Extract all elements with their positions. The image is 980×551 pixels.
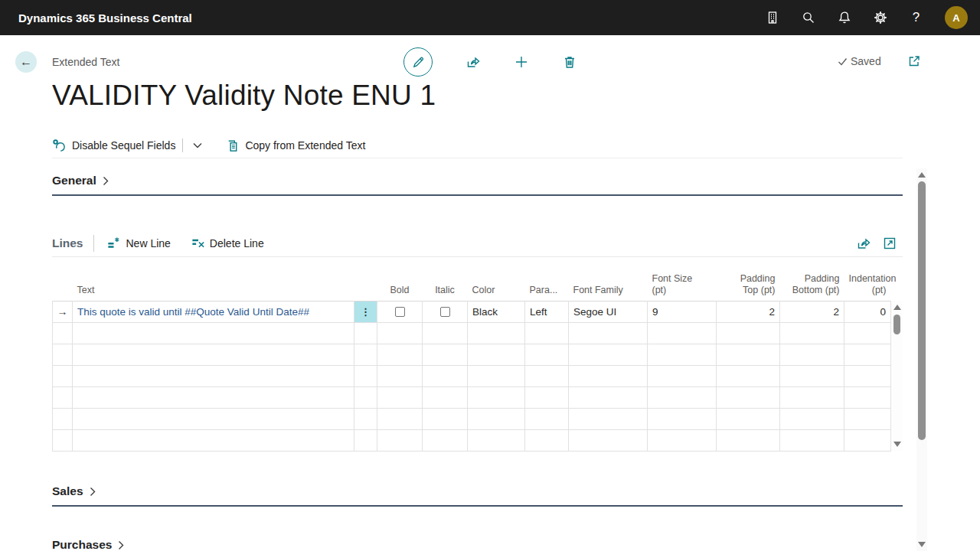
disable-sequel-fields-label: Disable Sequel Fields xyxy=(72,139,175,152)
empty-table-row xyxy=(53,429,891,451)
font-size-cell[interactable]: 9 xyxy=(648,301,717,322)
padding-top-cell[interactable]: 2 xyxy=(717,301,780,322)
section-lines: Lines New Line Delete Line xyxy=(52,230,903,452)
open-in-new-window-icon[interactable] xyxy=(907,54,921,68)
col-header-bold[interactable]: Bold xyxy=(377,267,423,301)
company-icon[interactable] xyxy=(764,10,780,26)
table-scrollbar[interactable] xyxy=(891,301,903,451)
para-cell[interactable]: Left xyxy=(525,301,569,322)
page-scrollbar[interactable] xyxy=(916,168,927,551)
color-cell[interactable]: Black xyxy=(468,301,525,322)
divider xyxy=(182,139,183,152)
saved-label: Saved xyxy=(851,55,881,67)
col-header-padding-bottom[interactable]: Padding Bottom (pt) xyxy=(780,267,844,301)
scroll-down-arrow[interactable] xyxy=(893,442,901,447)
section-general: General xyxy=(52,174,903,196)
pencil-icon xyxy=(411,55,426,70)
search-icon[interactable] xyxy=(800,10,816,26)
page-action-icons xyxy=(403,47,577,77)
edit-pencil-button[interactable] xyxy=(403,47,433,77)
col-header-text[interactable]: Text xyxy=(73,267,354,301)
page-content: ← Extended Text xyxy=(0,35,980,551)
new-line-icon xyxy=(106,236,121,250)
trash-icon xyxy=(562,54,577,70)
delete-button[interactable] xyxy=(562,54,577,70)
section-sales: Sales xyxy=(52,484,903,507)
disable-sequel-fields-button[interactable]: Disable Sequel Fields xyxy=(52,139,175,153)
italic-checkbox[interactable] xyxy=(440,307,450,317)
empty-table-row xyxy=(53,344,891,365)
breadcrumb[interactable]: Extended Text xyxy=(52,56,119,68)
col-header-font-family[interactable]: Font Family xyxy=(569,267,648,301)
page-scroll-down-arrow[interactable] xyxy=(918,542,926,547)
col-header-color[interactable]: Color xyxy=(468,267,525,301)
empty-table-row xyxy=(53,365,891,386)
font-family-cell[interactable]: Segoe UI xyxy=(569,301,648,322)
back-button[interactable]: ← xyxy=(15,51,37,73)
padding-bottom-cell[interactable]: 2 xyxy=(780,301,844,322)
sequel-fields-icon xyxy=(52,139,67,153)
page-title: VALIDITY Validity Note ENU 1 xyxy=(52,80,436,112)
table-header-row: Text Bold Italic Color Para... Font Fami… xyxy=(53,267,891,301)
app-title: Dynamics 365 Business Central xyxy=(18,11,192,24)
checkmark-icon xyxy=(837,56,848,67)
col-header-para[interactable]: Para... xyxy=(525,267,569,301)
user-avatar[interactable]: A xyxy=(945,6,968,29)
delete-line-icon xyxy=(191,236,205,250)
share-icon xyxy=(856,236,871,251)
page-scroll-up-arrow[interactable] xyxy=(918,172,926,178)
indentation-cell[interactable]: 0 xyxy=(844,301,891,322)
new-button[interactable] xyxy=(514,54,529,70)
topbar-actions: ? A xyxy=(754,6,971,29)
plus-icon xyxy=(514,54,529,70)
italic-cell[interactable] xyxy=(423,301,468,322)
copy-from-extended-text-button[interactable]: Copy from Extended Text xyxy=(225,139,365,153)
lines-toolbar: Lines New Line Delete Line xyxy=(52,230,903,257)
notifications-bell-icon[interactable] xyxy=(836,10,852,26)
share-icon xyxy=(466,54,481,70)
table-scrollbar-thumb[interactable] xyxy=(893,315,900,334)
save-status: Saved xyxy=(837,55,881,67)
chevron-right-icon xyxy=(118,540,125,550)
active-row-indicator: → xyxy=(53,301,73,322)
share-button[interactable] xyxy=(466,54,481,70)
purchases-section-header[interactable]: Purchases xyxy=(52,538,903,551)
col-header-italic[interactable]: Italic xyxy=(423,267,468,301)
col-header-indentation[interactable]: Indentation (pt) xyxy=(844,267,891,301)
help-icon[interactable]: ? xyxy=(908,10,924,26)
general-section-header[interactable]: General xyxy=(52,174,903,196)
copy-from-extended-text-label: Copy from Extended Text xyxy=(245,139,365,152)
sales-label: Sales xyxy=(52,484,83,498)
delete-line-button[interactable]: Delete Line xyxy=(191,236,264,250)
new-line-button[interactable]: New Line xyxy=(106,236,170,250)
back-arrow-icon: ← xyxy=(20,55,32,69)
chevron-right-icon xyxy=(103,176,109,186)
sales-section-header[interactable]: Sales xyxy=(52,484,903,507)
top-navigation-bar: Dynamics 365 Business Central xyxy=(0,0,980,35)
copy-icon xyxy=(225,139,240,153)
section-purchases: Purchases xyxy=(52,538,903,551)
bold-checkbox[interactable] xyxy=(395,307,405,317)
col-header-font-size[interactable]: Font Size (pt) xyxy=(648,267,717,301)
chevron-down-icon xyxy=(193,142,202,148)
command-bar: Disable Sequel Fields Copy from Extended… xyxy=(52,133,903,158)
scroll-up-arrow[interactable] xyxy=(893,305,901,310)
col-header-padding-top[interactable]: Padding Top (pt) xyxy=(717,267,780,301)
expand-lines-button[interactable] xyxy=(877,236,903,251)
split-button-chevron[interactable] xyxy=(190,141,205,150)
expand-icon xyxy=(883,236,897,250)
divider xyxy=(93,235,94,252)
text-cell[interactable]: This quote is valid until ##Quote Valid … xyxy=(73,301,354,322)
lines-table-wrap: Text Bold Italic Color Para... Font Fami… xyxy=(52,267,903,452)
empty-table-row xyxy=(53,408,891,429)
row-more-options-button[interactable]: ⋮ xyxy=(354,301,377,322)
lines-label: Lines xyxy=(52,236,83,250)
bold-cell[interactable] xyxy=(377,301,423,322)
delete-line-label: Delete Line xyxy=(210,237,264,249)
page-scrollbar-thumb[interactable] xyxy=(918,181,926,440)
settings-gear-icon[interactable] xyxy=(872,10,888,26)
share-lines-button[interactable] xyxy=(851,236,877,251)
chevron-right-icon xyxy=(90,487,96,497)
general-label: General xyxy=(52,174,96,187)
table-row: → This quote is valid until ##Quote Vali… xyxy=(53,301,891,322)
